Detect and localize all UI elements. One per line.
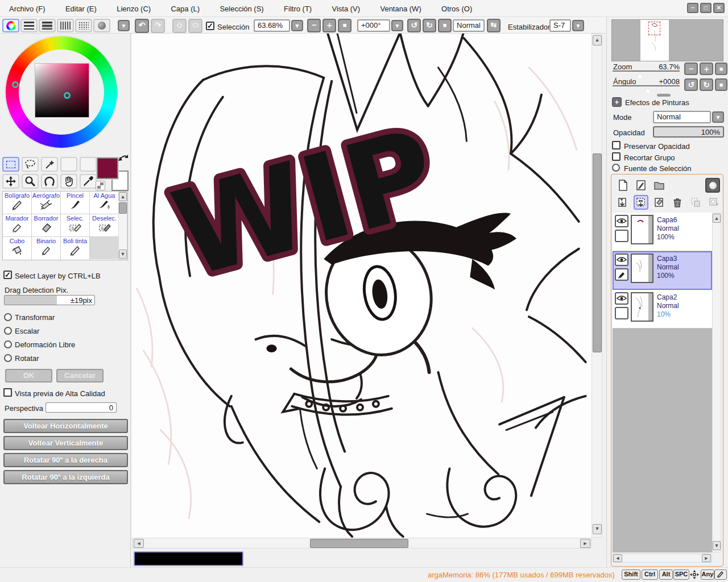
canvas[interactable]: WIP	[132, 34, 592, 538]
layer-row-capa6[interactable]: Capa6 Normal 100%	[613, 213, 712, 251]
close-button[interactable]: ✕	[713, 3, 725, 13]
blend-mode-button[interactable]: Normal	[453, 19, 485, 32]
pen-mode-button[interactable]	[714, 569, 727, 580]
drag-detection-slider[interactable]: ±19pix	[4, 295, 95, 305]
tool-lasso[interactable]	[22, 157, 39, 172]
mixer-panel-toggle[interactable]	[57, 19, 74, 32]
layer-paint-target-box[interactable]	[615, 307, 628, 319]
zoom-value-field[interactable]: 63.68%	[254, 19, 290, 32]
layer-mask-button[interactable]	[705, 178, 720, 193]
angle-reset-button[interactable]: ■	[438, 19, 452, 32]
menu-capa[interactable]: Capa (L)	[162, 0, 209, 17]
menu-archivo[interactable]: Archivo (F)	[0, 0, 55, 17]
maximize-button[interactable]: □	[700, 3, 712, 13]
brush-pincel[interactable]: Pincel	[61, 192, 90, 214]
nav-angle-slider[interactable]	[613, 78, 680, 86]
rgb-slider-panel-toggle[interactable]	[20, 19, 38, 32]
scratchpad-panel-toggle[interactable]	[93, 19, 110, 32]
high-quality-preview-checkbox[interactable]	[3, 388, 12, 397]
canvas-hscroll-thumb[interactable]	[310, 539, 408, 548]
tool-empty-1[interactable]	[60, 157, 77, 172]
stabilizer-value-field[interactable]: S-7	[549, 19, 571, 32]
select-layer-checkbox[interactable]: ✓	[3, 271, 12, 279]
minimize-button[interactable]: –	[687, 3, 698, 13]
angle-dropdown-button[interactable]: ▼	[391, 20, 403, 31]
merge-down-button[interactable]	[634, 195, 648, 210]
zoom-dropdown-button[interactable]: ▼	[291, 20, 303, 31]
any-key-button[interactable]: Any	[701, 569, 714, 580]
menu-otros[interactable]: Otros (O)	[432, 0, 481, 17]
canvas-vscroll-up-icon[interactable]: ▲	[593, 35, 602, 45]
layer-visibility-toggle[interactable]	[615, 253, 628, 266]
brush-boli-tinta[interactable]: Boli tinta	[61, 237, 90, 260]
menu-lienzo[interactable]: Lienzo (C)	[107, 0, 160, 17]
hue-marker[interactable]	[12, 81, 19, 88]
clear-layer-button[interactable]	[652, 195, 667, 210]
selection-handles-button[interactable]: ⬭	[188, 19, 202, 33]
alt-key-button[interactable]: Alt	[659, 569, 673, 580]
canvas-title-tab[interactable]	[134, 551, 243, 566]
layer-vscrollbar[interactable]	[712, 213, 721, 552]
nav-rotate-ccw-button[interactable]: ↺	[684, 78, 698, 91]
panel-splitter-handle[interactable]	[657, 94, 671, 97]
nav-zoom-reset-button[interactable]: ■	[715, 63, 727, 75]
layer-vscroll-down-icon[interactable]: ▼	[713, 541, 721, 550]
sv-marker[interactable]	[64, 92, 71, 99]
layer-row-capa2[interactable]: Capa2 Normal 10%	[613, 290, 712, 329]
undo-button[interactable]: ↶	[135, 19, 149, 33]
paint-effects-expand-button[interactable]: +	[612, 97, 622, 107]
nav-zoom-out-button[interactable]: −	[684, 63, 698, 75]
selection-visibility-checkbox[interactable]: ✓	[206, 22, 214, 30]
layer-opacity-slider[interactable]: 100%	[653, 126, 724, 138]
brush-al-agua[interactable]: Al Agua	[90, 192, 119, 214]
radio-escalar[interactable]	[4, 327, 12, 335]
layer-hscrollbar[interactable]	[613, 554, 712, 563]
brush-deselec[interactable]: Deselec. S	[90, 214, 119, 237]
tool-empty-2[interactable]	[80, 157, 97, 172]
layer-paint-target-box[interactable]	[615, 230, 628, 242]
copy-selection-button-disabled[interactable]	[688, 195, 703, 210]
zoom-in-button[interactable]: ＋	[322, 19, 336, 32]
radio-transformar[interactable]	[4, 313, 12, 321]
menu-editar[interactable]: Editar (E)	[56, 0, 106, 17]
stabilizer-dropdown-button[interactable]: ▼	[572, 20, 584, 31]
layer-visibility-toggle[interactable]	[615, 292, 628, 305]
zoom-reset-button[interactable]: ■	[338, 19, 351, 32]
flip-view-button[interactable]: ⇆	[487, 19, 500, 32]
menu-ventana[interactable]: Ventana (W)	[371, 0, 430, 17]
navigator-view-rect[interactable]	[648, 22, 660, 35]
layer-mode-dropdown-arrow[interactable]: ▼	[712, 111, 724, 123]
rotate-cw-button[interactable]: ↻	[423, 19, 436, 32]
redo-button[interactable]: ↷	[151, 19, 165, 33]
tool-marquee[interactable]	[2, 157, 19, 172]
nav-zoom-in-button[interactable]: ＋	[700, 63, 713, 75]
tool-move[interactable]	[2, 174, 19, 189]
paste-mask-button-disabled[interactable]	[706, 195, 721, 210]
flip-horizontal-button[interactable]: Voltear Horizontalmente	[3, 419, 128, 433]
ok-button[interactable]: OK	[5, 369, 52, 383]
nav-angle-slider-marker[interactable]	[644, 87, 652, 93]
brush-boligrafo[interactable]: Bolígrafo	[3, 192, 32, 214]
swatches-panel-toggle[interactable]	[75, 19, 92, 32]
angle-value-field[interactable]: +000°	[357, 19, 390, 32]
transparency-swatch-button[interactable]	[96, 181, 105, 190]
pan-mode-button[interactable]	[689, 569, 700, 580]
canvas-hscroll-right-icon[interactable]: ►	[580, 539, 590, 548]
delete-layer-button[interactable]	[670, 195, 685, 210]
transfer-down-button[interactable]	[615, 195, 630, 210]
layer-visibility-toggle[interactable]	[615, 215, 628, 227]
saturation-value-square[interactable]	[35, 63, 89, 118]
color-wheel-panel-toggle[interactable]	[2, 19, 19, 32]
layer-vscroll-up-icon[interactable]: ▲	[713, 214, 721, 223]
nav-rotate-cw-button[interactable]: ↻	[700, 78, 713, 91]
rotate-90-left-button[interactable]: Rotatar 90º a la izquierda	[3, 470, 128, 484]
clipping-group-checkbox[interactable]	[612, 152, 621, 161]
layer-mode-dropdown[interactable]: Normal	[653, 111, 711, 123]
toolbar-dropdown-button[interactable]: ▼	[118, 20, 130, 31]
new-folder-button[interactable]	[652, 178, 667, 193]
cancel-button[interactable]: Cancelar	[56, 369, 104, 383]
hsv-slider-panel-toggle[interactable]	[39, 19, 56, 32]
selection-source-radio[interactable]	[612, 164, 620, 172]
menu-filtro[interactable]: Filtro (T)	[275, 0, 321, 17]
canvas-vscroll-thumb[interactable]	[593, 153, 602, 352]
